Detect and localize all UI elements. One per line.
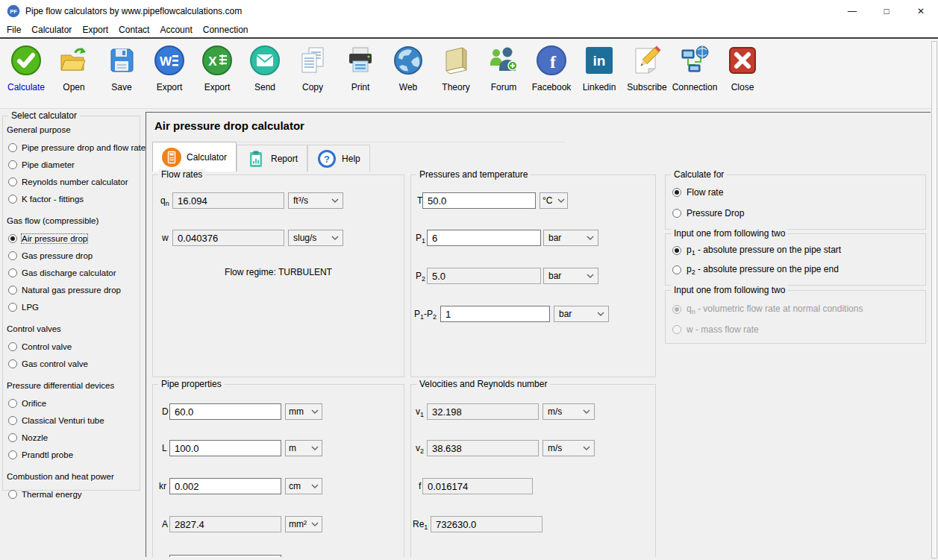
radio-button[interactable] (8, 251, 17, 260)
p2-unit-select[interactable]: bar (543, 268, 598, 284)
sidebar-item-lpg[interactable]: LPG (3, 298, 140, 315)
d-unit-select[interactable]: mm (285, 403, 322, 420)
forum-users-icon (487, 44, 520, 77)
v2-unit-select[interactable]: m/s (543, 440, 595, 456)
kr-input[interactable]: 0.002 (169, 478, 281, 494)
sidebar-item-pipe-diameter[interactable]: Pipe diameter (3, 156, 140, 173)
sidebar-item-gas-discharge[interactable]: Gas discharge calculator (3, 264, 140, 281)
open-button[interactable]: Open (51, 44, 97, 92)
l-unit-select[interactable]: m (285, 440, 322, 456)
p1-p2-unit-select[interactable]: bar (554, 306, 609, 322)
v1-input[interactable]: 32.198 (427, 403, 539, 420)
w-input[interactable]: 0.040376 (172, 230, 284, 246)
f-input[interactable]: 0.016174 (422, 478, 533, 494)
sidebar-item-pipe-pressure-drop[interactable]: Pipe pressure drop and flow rate (3, 139, 140, 156)
qn-input[interactable]: 16.094 (172, 192, 284, 209)
chevron-down-icon (587, 274, 594, 278)
radio-button[interactable] (672, 188, 681, 197)
radio-button[interactable] (8, 177, 17, 186)
close-app-button[interactable]: Close (719, 44, 766, 92)
radio-button[interactable] (8, 286, 17, 295)
radio-button[interactable] (8, 160, 17, 169)
maximize-button[interactable]: □ (869, 0, 904, 22)
menu-calculator[interactable]: Calculator (26, 23, 77, 37)
export-excel-button[interactable]: X Export (194, 44, 240, 92)
tab-help[interactable]: ? Help (307, 145, 370, 172)
menu-account[interactable]: Account (154, 23, 197, 37)
radio-button[interactable] (672, 209, 681, 218)
radio-button[interactable] (8, 433, 17, 442)
sidebar-item-natural-gas[interactable]: Natural gas pressure drop (3, 281, 140, 298)
sidebar-item-prandtl[interactable]: Prandtl probe (3, 446, 140, 463)
menu-file[interactable]: File (1, 23, 26, 37)
linkedin-button[interactable]: in Linkedin (576, 44, 622, 92)
v1-unit-select[interactable]: m/s (543, 403, 595, 420)
p1-p2-input[interactable]: 1 (440, 306, 550, 322)
l-input[interactable]: 100.0 (169, 440, 281, 456)
a-input[interactable]: 2827.4 (169, 516, 281, 532)
menu-export[interactable]: Export (77, 23, 113, 37)
p1-unit-select[interactable]: bar (543, 230, 598, 246)
menu-contact[interactable]: Contact (113, 23, 154, 37)
radio-flow-rate[interactable]: Flow rate (672, 187, 723, 198)
close-button[interactable]: ✕ (904, 0, 938, 22)
sidebar-item-nozzle[interactable]: Nozzle (3, 429, 140, 446)
vertical-scrollbar[interactable] (931, 41, 937, 559)
copy-button[interactable]: Copy (290, 44, 336, 92)
print-button[interactable]: Print (337, 44, 384, 92)
radio-button[interactable] (8, 359, 17, 368)
tab-report[interactable]: Report (237, 145, 307, 172)
facebook-button[interactable]: f Facebook (528, 44, 575, 92)
radio-button[interactable] (8, 490, 17, 499)
web-button[interactable]: Web (385, 44, 431, 92)
p1-input[interactable]: 6 (427, 230, 541, 246)
sidebar-item-reynolds-number[interactable]: Reynolds number calculator (3, 173, 140, 190)
minimize-button[interactable]: — (835, 0, 869, 22)
menu-connection[interactable]: Connection (198, 23, 254, 37)
radio-button[interactable] (8, 342, 17, 351)
t-input[interactable]: 50.0 (422, 192, 536, 209)
sidebar-item-venturi[interactable]: Classical Venturi tube (3, 412, 140, 429)
subscribe-button[interactable]: Subscribe (624, 44, 670, 92)
radio-button[interactable] (8, 399, 17, 408)
sidebar-item-k-factor[interactable]: K factor - fittings (3, 190, 140, 207)
radio-button[interactable] (8, 143, 17, 152)
calculate-button[interactable]: Calculate (3, 44, 49, 92)
re1-input[interactable]: 732630.0 (431, 516, 543, 532)
radio-button[interactable] (8, 195, 17, 204)
kr-unit-select[interactable]: cm (285, 478, 322, 494)
radio-p2-absolute-end[interactable]: p2 - absolute pressure on the pipe end (672, 264, 839, 276)
sidebar-item-thermal-energy[interactable]: Thermal energy (3, 485, 140, 503)
d-input[interactable]: 60.0 (169, 403, 281, 420)
radio-p1-absolute-start[interactable]: p1 - absolute pressure on the pipe start (672, 245, 841, 257)
tab-calculator[interactable]: Calculator (152, 142, 237, 172)
connection-button[interactable]: Connection (672, 44, 718, 92)
send-button[interactable]: Send (242, 44, 288, 92)
tool-label: Calculate (7, 82, 45, 92)
sidebar-item-gas-control-valve[interactable]: Gas control valve (3, 355, 140, 372)
sidebar-item-gas-pressure-drop[interactable]: Gas pressure drop (3, 247, 140, 264)
export-word-button[interactable]: W Export (146, 44, 193, 92)
qn-unit-select[interactable]: ft³/s (288, 192, 343, 209)
v2-input[interactable]: 38.638 (427, 440, 539, 456)
radio-button[interactable] (8, 234, 17, 243)
k-input[interactable]: 4.554 (169, 555, 281, 557)
w-unit-select[interactable]: slug/s (288, 230, 343, 246)
sidebar-item-control-valve[interactable]: Control valve (3, 338, 140, 355)
radio-button[interactable] (8, 450, 17, 459)
radio-button[interactable] (8, 268, 17, 277)
radio-button[interactable] (8, 303, 17, 312)
t-unit-select[interactable]: °C (540, 192, 568, 209)
radio-pressure-drop[interactable]: Pressure Drop (672, 208, 744, 218)
p2-input[interactable]: 5.0 (427, 268, 541, 284)
theory-button[interactable]: Theory (433, 44, 479, 92)
save-button[interactable]: Save (99, 44, 145, 92)
forum-button[interactable]: Forum (481, 44, 527, 92)
sidebar-item-air-pressure-drop[interactable]: Air pressure drop (3, 230, 140, 247)
sidebar-item-orifice[interactable]: Orifice (3, 394, 140, 412)
radio-button[interactable] (8, 416, 17, 425)
toolbar: Calculate Open Save W Export (0, 39, 938, 109)
radio-button[interactable] (672, 265, 681, 274)
a-unit-select[interactable]: mm² (285, 516, 322, 532)
radio-button[interactable] (672, 246, 681, 255)
